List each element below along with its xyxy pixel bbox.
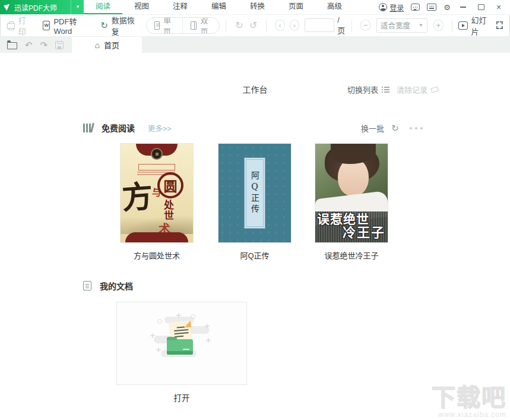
- app-title: 迅读PDF大师: [14, 2, 57, 12]
- next-page-button[interactable]: ›: [290, 20, 300, 31]
- pdf-to-word-button[interactable]: W PDF转Word: [43, 15, 88, 36]
- print-button[interactable]: 打印: [7, 14, 31, 37]
- free-reading-title: 免费阅读: [102, 122, 135, 134]
- brand-menu-caret-icon[interactable]: ▼: [71, 0, 80, 14]
- rotate-cw-icon[interactable]: ↻: [235, 20, 243, 31]
- single-page-button[interactable]: 单页: [147, 18, 182, 33]
- home-tab[interactable]: ⌂ 首页: [72, 37, 142, 53]
- switch-list-label: 切换列表: [347, 84, 378, 95]
- settings-gear-icon[interactable]: ⚙: [444, 4, 451, 11]
- close-button[interactable]: ×: [493, 1, 504, 13]
- titlebar: 迅读PDF大师 ▼ 阅读 视图 注释 编辑 转换 页面 高级 登录 ⚙ ×: [0, 0, 510, 15]
- list-view-icon: [382, 86, 389, 93]
- tab-page[interactable]: 页面: [277, 0, 315, 14]
- maximize-button[interactable]: [476, 1, 486, 13]
- slideshow-icon: [458, 21, 468, 30]
- refresh-batch-button[interactable]: 换一批: [361, 122, 384, 134]
- book-cover-wangzi[interactable]: 误惹绝世 冷王子: [315, 144, 388, 242]
- book-cover-art: 阿Q正传: [218, 144, 291, 242]
- double-page-icon: [191, 21, 197, 30]
- zoom-out-button[interactable]: −: [360, 20, 370, 31]
- titlebar-right: 登录 ⚙ ×: [379, 0, 510, 14]
- rotate-ccw-icon[interactable]: ↺: [249, 20, 257, 31]
- free-reading-controls: 换一批 ↻ •••: [361, 122, 425, 134]
- maximize-icon: [478, 4, 484, 10]
- fit-width-label: 适合宽度: [381, 20, 410, 31]
- home-tab-label: 首页: [104, 39, 119, 50]
- tab-read[interactable]: 阅读: [84, 0, 122, 14]
- fit-width-select[interactable]: 适合宽度 ▼: [376, 18, 427, 33]
- refresh-icon[interactable]: ↻: [391, 124, 399, 132]
- word-doc-icon: W: [43, 21, 50, 30]
- book-title[interactable]: 阿Q正传: [218, 250, 291, 261]
- my-documents-title: 我的文档: [100, 280, 133, 292]
- bookshelf-icon: [83, 124, 93, 132]
- feedback-icon[interactable]: [411, 4, 420, 11]
- home-icon: ⌂: [94, 41, 99, 49]
- overflow-menu-button[interactable]: •••: [410, 124, 426, 133]
- page-number-input[interactable]: [305, 18, 334, 32]
- prev-page-button[interactable]: ‹: [275, 20, 285, 31]
- single-page-label: 单页: [163, 17, 175, 34]
- toolbar-divider: [452, 19, 452, 32]
- book-cover-fangyuyuan[interactable]: 方 与 圆 处世 术: [121, 144, 193, 242]
- page-mode-toggle: 单页 双页: [146, 17, 220, 34]
- login-label: 登录: [389, 2, 404, 12]
- open-file-card[interactable]: [116, 302, 247, 385]
- single-page-icon: [154, 21, 160, 30]
- eraser-icon: [430, 86, 439, 93]
- toolbar-divider: [266, 19, 267, 32]
- book-cover-art: 误惹绝世 冷王子: [315, 144, 388, 242]
- clear-records-label: 清除记录: [397, 84, 427, 95]
- my-documents-header: 我的文档: [83, 280, 133, 292]
- ribbon-tabs: 阅读 视图 注释 编辑 转换 页面 高级: [84, 0, 354, 14]
- fullscreen-icon[interactable]: [496, 21, 503, 29]
- clear-records-button[interactable]: 清除记录: [397, 84, 438, 95]
- data-recovery-label: 数据恢复: [112, 14, 137, 37]
- book-title[interactable]: 方与圆处世术: [121, 250, 193, 261]
- document-tabstrip: ↶ ↷ ⌂ 首页: [0, 37, 510, 53]
- user-icon: [379, 3, 387, 11]
- toolbar: 打印 W PDF转Word ↻ 数据恢复 单页 双页 ↻ ↺ ‹ › /页 − …: [0, 14, 510, 37]
- tab-convert[interactable]: 转换: [238, 0, 277, 14]
- quick-icons: ↶ ↷: [0, 37, 64, 53]
- toolbar-divider: [226, 19, 226, 32]
- documents-icon: [83, 281, 91, 290]
- double-page-label: 双页: [200, 17, 211, 34]
- tab-edit[interactable]: 编辑: [199, 0, 238, 14]
- redo-icon[interactable]: ↷: [40, 40, 48, 49]
- close-icon: ×: [496, 3, 501, 11]
- pdf-to-word-label: PDF转Word: [53, 15, 88, 36]
- data-recovery-button[interactable]: ↻ 数据恢复: [100, 14, 136, 37]
- tab-advanced[interactable]: 高级: [315, 0, 354, 14]
- book-title[interactable]: 误惹绝世冷王子: [315, 250, 388, 261]
- open-label: 打开: [116, 391, 247, 403]
- printer-icon: [7, 23, 15, 29]
- tab-view[interactable]: 视图: [122, 0, 161, 14]
- login-button[interactable]: 登录: [379, 2, 404, 12]
- chevron-down-icon: ▼: [419, 23, 423, 28]
- double-page-button[interactable]: 双页: [182, 18, 220, 33]
- switch-list-button[interactable]: 切换列表: [347, 84, 389, 95]
- folder-icon: [167, 339, 193, 355]
- open-file-illustration: [153, 313, 212, 372]
- workbench-title: 工作台: [243, 83, 268, 95]
- data-recovery-icon: ↻: [100, 21, 108, 30]
- open-folder-icon[interactable]: [7, 42, 17, 49]
- more-link[interactable]: 更多>>: [148, 122, 172, 134]
- app-brand[interactable]: 迅读PDF大师 ▼: [0, 0, 84, 14]
- save-icon[interactable]: [55, 41, 64, 49]
- minimize-icon: [460, 7, 466, 8]
- print-label: 打印: [18, 14, 31, 37]
- undo-icon[interactable]: ↶: [25, 40, 33, 49]
- zoom-in-button[interactable]: +: [433, 20, 444, 31]
- slideshow-button[interactable]: 幻灯片: [458, 14, 489, 37]
- book-cover-art: 方 与 圆 处世 术: [121, 144, 193, 242]
- toolbar-divider: [351, 19, 352, 32]
- shortcut-keys-icon[interactable]: [427, 4, 436, 11]
- free-reading-header: 免费阅读 更多>>: [83, 122, 172, 134]
- minimize-button[interactable]: [458, 1, 468, 13]
- book-cover-ahq[interactable]: 阿Q正传: [218, 144, 291, 242]
- tab-annotate[interactable]: 注释: [161, 0, 199, 14]
- slideshow-label: 幻灯片: [471, 14, 489, 37]
